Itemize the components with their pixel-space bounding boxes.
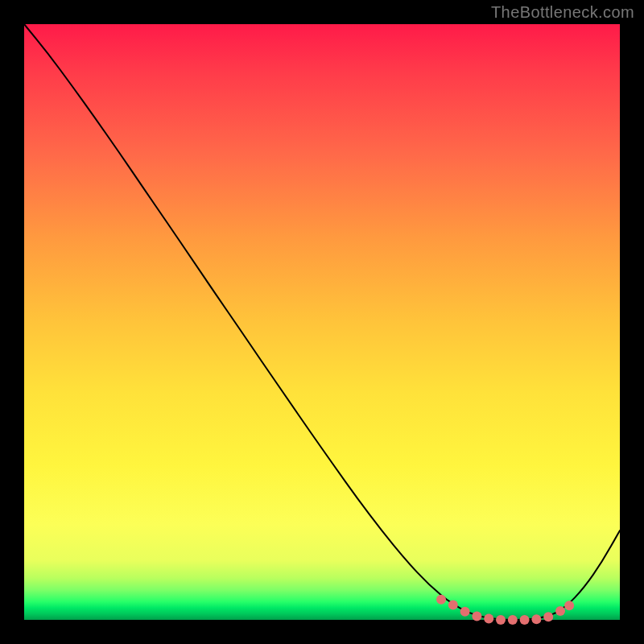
chart-dots-layer [24, 24, 620, 620]
stage: TheBottleneck.com [0, 0, 644, 644]
chart-plot-area [24, 24, 620, 620]
valley-dots-group [436, 595, 574, 625]
valley-dot [531, 614, 541, 624]
valley-dot [472, 612, 481, 621]
valley-dot [448, 601, 458, 610]
attribution-text: TheBottleneck.com [491, 3, 634, 22]
valley-dot [520, 615, 530, 625]
valley-dot [484, 614, 493, 624]
valley-dot [555, 606, 565, 616]
valley-dot [564, 601, 574, 610]
valley-dot [543, 612, 553, 621]
valley-dot [436, 595, 446, 605]
valley-dot [496, 615, 506, 625]
valley-dot [460, 607, 470, 617]
valley-dot [508, 615, 518, 625]
